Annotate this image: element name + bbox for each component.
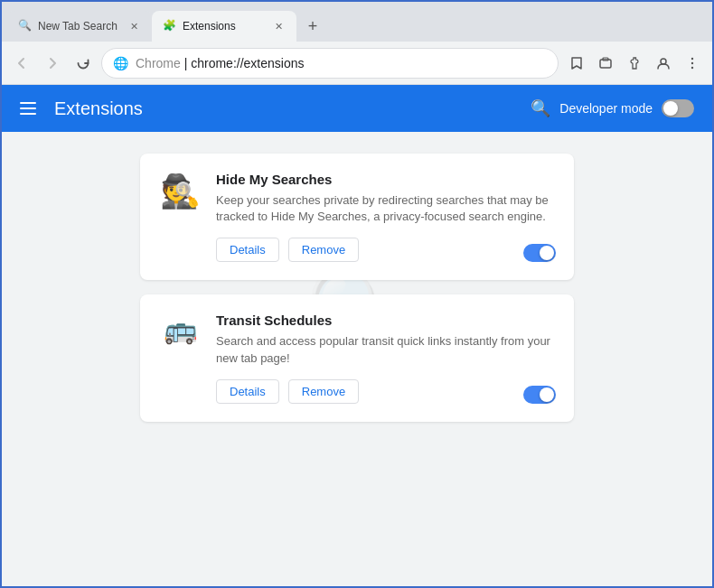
ext-actions-1: Details Remove (216, 238, 556, 262)
forward-button[interactable] (40, 51, 65, 76)
bookmark-button[interactable] (564, 51, 589, 76)
ext-details-button-1[interactable]: Details (216, 238, 279, 262)
tab-title-1: New Tab Search (38, 20, 121, 33)
tab-extensions-icon: 🧩 (163, 19, 177, 33)
header-search-icon[interactable]: 🔍 (531, 98, 550, 118)
extension-card-transit-schedules: 🚌 Transit Schedules Search and access po… (140, 294, 574, 421)
ext-toggle-knob-2 (540, 387, 554, 402)
ext-toggle-area-1 (523, 244, 556, 262)
main-content: 🔍 riskcom 🕵️ Hide My Searches Keep your … (2, 132, 712, 586)
menu-button[interactable] (680, 51, 705, 76)
tab-close-2[interactable]: ✕ (271, 19, 286, 33)
ext-content-2: Transit Schedules Search and access popu… (216, 313, 556, 403)
nav-bar: 🌐 Chrome | chrome://extensions (2, 42, 712, 85)
tab-bar: 🔍 New Tab Search ✕ 🧩 Extensions ✕ + (2, 2, 712, 42)
hamburger-line-1 (20, 102, 36, 104)
svg-point-5 (691, 66, 693, 68)
profile-button[interactable] (651, 51, 676, 76)
extensions-page-title: Extensions (54, 98, 531, 119)
developer-mode-section: 🔍 Developer mode (531, 98, 694, 118)
ext-name-2: Transit Schedules (216, 313, 556, 328)
svg-point-4 (691, 61, 693, 63)
ext-description-1: Keep your searches private by redirectin… (216, 192, 556, 225)
developer-mode-toggle[interactable] (662, 99, 694, 117)
tab-extensions[interactable]: 🧩 Extensions ✕ (152, 11, 296, 42)
ext-actions-2: Details Remove (216, 379, 556, 404)
ext-description-2: Search and access popular transit quick … (216, 333, 556, 366)
globe-icon: 🌐 (113, 56, 128, 70)
tab-new-tab-search[interactable]: 🔍 New Tab Search ✕ (7, 11, 152, 42)
reload-button[interactable] (70, 51, 96, 76)
address-text: Chrome | chrome://extensions (136, 56, 547, 70)
developer-mode-label: Developer mode (559, 101, 653, 116)
ext-remove-button-1[interactable]: Remove (288, 238, 359, 262)
hamburger-menu[interactable] (20, 102, 36, 115)
ext-enable-toggle-2[interactable] (523, 386, 556, 404)
ext-toggle-knob-1 (540, 246, 554, 260)
svg-point-2 (661, 59, 666, 64)
nav-right-icons (564, 51, 705, 76)
extensions-button[interactable] (622, 51, 647, 76)
ext-details-button-2[interactable]: Details (216, 379, 279, 404)
chrome-label: Chrome (136, 56, 181, 70)
extensions-header: Extensions 🔍 Developer mode (2, 85, 712, 132)
tab-search-icon: 🔍 (18, 19, 33, 33)
tab-title-2: Extensions (183, 20, 266, 33)
transit-schedules-icon: 🚌 (164, 316, 197, 343)
ext-enable-toggle-1[interactable] (523, 244, 556, 262)
svg-point-3 (691, 57, 693, 59)
new-tab-button[interactable]: + (300, 14, 325, 39)
address-url: chrome://extensions (191, 56, 304, 70)
address-bar[interactable]: 🌐 Chrome | chrome://extensions (101, 48, 559, 79)
back-button[interactable] (9, 51, 34, 76)
hamburger-line-2 (20, 107, 36, 109)
ext-toggle-area-2 (523, 386, 556, 404)
ext-name-1: Hide My Searches (216, 172, 556, 187)
tab-close-1[interactable]: ✕ (127, 19, 141, 33)
hide-my-searches-icon: 🕵️ (160, 175, 201, 208)
ext-icon-container-1: 🕵️ (158, 172, 202, 215)
browser-window: 🔍 New Tab Search ✕ 🧩 Extensions ✕ + (0, 0, 714, 588)
hamburger-line-3 (20, 113, 36, 115)
extension-card-hide-my-searches: 🕵️ Hide My Searches Keep your searches p… (140, 154, 574, 280)
toggle-knob (663, 101, 678, 116)
ext-remove-button-2[interactable]: Remove (288, 379, 359, 404)
ext-content-1: Hide My Searches Keep your searches priv… (216, 172, 556, 262)
ext-icon-container-2: 🚌 (158, 313, 202, 356)
screenshot-button[interactable] (593, 51, 618, 76)
